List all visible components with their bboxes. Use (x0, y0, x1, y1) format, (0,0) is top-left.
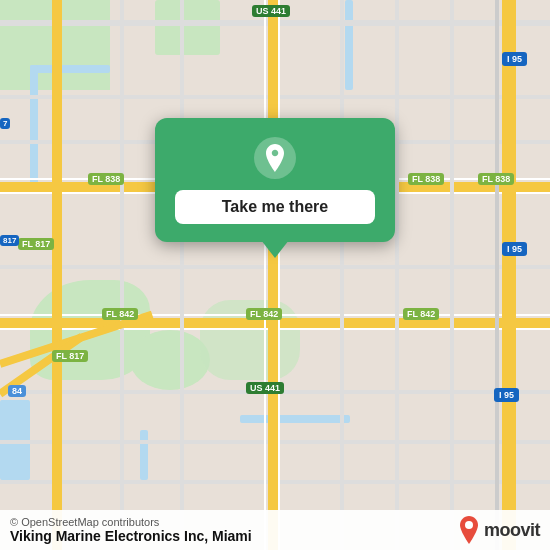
fl817-badge: FL 817 (52, 350, 88, 362)
badge-84: 84 (8, 385, 26, 397)
road (450, 0, 454, 550)
bottom-bar-info: © OpenStreetMap contributors Viking Mari… (10, 516, 252, 544)
moovit-pin-icon (458, 516, 480, 544)
green-area (155, 0, 220, 55)
fl817-badge-mid: FL 817 (18, 238, 54, 250)
location-title: Viking Marine Electronics Inc, Miami (10, 528, 252, 544)
location-pin-icon (253, 136, 297, 180)
fl838-badge-right: FL 838 (408, 173, 444, 185)
fl842-badge-mid: FL 842 (246, 308, 282, 320)
road (180, 0, 184, 550)
water-canal (30, 65, 38, 185)
water-canal (345, 0, 353, 90)
road-edge (278, 0, 280, 550)
fl842-badge-left: FL 842 (102, 308, 138, 320)
location-city: Miami (212, 528, 252, 544)
road-i95 (502, 0, 516, 550)
i95-badge-bottom: I 95 (494, 388, 519, 402)
road-edge (495, 0, 499, 550)
bottom-bar: © OpenStreetMap contributors Viking Mari… (0, 510, 550, 550)
badge-817-sm: 817 (0, 235, 19, 246)
map-background: US 441 US 441 US 441 FL 838 FL 838 FL 83… (0, 0, 550, 550)
road-us441 (268, 0, 278, 550)
badge-7: 7 (0, 118, 10, 129)
road (340, 0, 344, 550)
location-name: Viking Marine Electronics Inc (10, 528, 204, 544)
road (120, 0, 124, 550)
fl838-badge-left: FL 838 (88, 173, 124, 185)
water-canal (30, 65, 110, 73)
location-city-separator: , (204, 528, 212, 544)
us441-badge-bottom: US 441 (246, 382, 284, 394)
popup-card: Take me there (155, 118, 395, 242)
road (395, 0, 399, 550)
fl838-badge-far: FL 838 (478, 173, 514, 185)
attribution-text: © OpenStreetMap contributors (10, 516, 252, 528)
map-container: US 441 US 441 US 441 FL 838 FL 838 FL 83… (0, 0, 550, 550)
take-me-there-button[interactable]: Take me there (175, 190, 375, 224)
road-fl817 (52, 0, 62, 550)
moovit-logo: moovit (458, 516, 540, 544)
water-canal (140, 430, 148, 480)
moovit-brand-text: moovit (484, 520, 540, 541)
i95-badge-top: I 95 (502, 52, 527, 66)
green-area (130, 330, 210, 390)
i95-badge-mid: I 95 (502, 242, 527, 256)
fl842-badge-right: FL 842 (403, 308, 439, 320)
us441-badge-top: US 441 (252, 5, 290, 17)
svg-point-1 (465, 521, 473, 529)
water-canal (240, 415, 350, 423)
road-edge (264, 0, 266, 550)
